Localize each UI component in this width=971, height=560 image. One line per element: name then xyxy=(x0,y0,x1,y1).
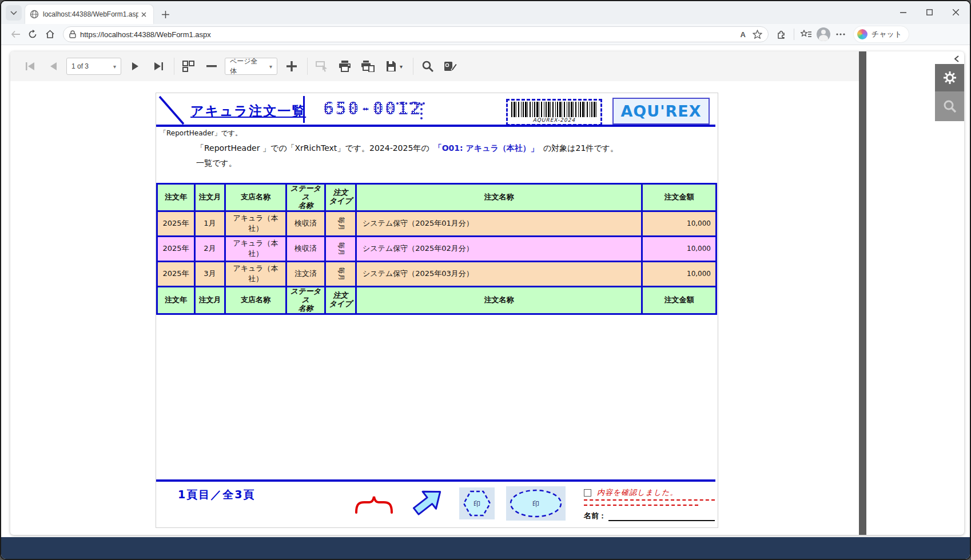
browser-titlebar: localhost:44388/WebForm1.aspx xyxy=(1,1,970,24)
back-button[interactable] xyxy=(7,26,24,43)
multipage-view-button[interactable] xyxy=(179,57,198,76)
caret-down-icon: ▾ xyxy=(264,63,272,70)
more-menu-button[interactable] xyxy=(832,26,849,43)
favorites-button[interactable] xyxy=(798,26,815,43)
printer-page-icon xyxy=(361,61,375,72)
checkbox xyxy=(584,489,591,497)
last-page-button[interactable] xyxy=(149,57,168,76)
copilot-button[interactable]: チャット xyxy=(854,26,909,42)
col-header-name: 注文名称 xyxy=(356,184,642,211)
rich-text-highlight: 「O01: アキュラ（本社）」 xyxy=(434,143,539,153)
tab-search-button[interactable] xyxy=(6,5,22,21)
page-indicator: 1 of 3 xyxy=(71,62,89,70)
tab-search-panel[interactable] xyxy=(935,91,964,121)
table-header-row: 注文年 注文月 支店名称 ステータス 名称 注文 タイプ 注文名称 注文金額 xyxy=(157,184,717,211)
table-footer-header-row: 注文年 注文月 支店名称 ステータス 名称 注文 タイプ 注文名称 注文金額 xyxy=(157,286,717,314)
browser-navbar: https://localhost:44388/WebForm1.aspx A xyxy=(1,24,970,45)
company-logo: AQU'REX xyxy=(612,98,710,125)
rich-text-line: 「ReportHeader 」での「XrRichText」です。2024-202… xyxy=(196,143,618,154)
col-header-branch: 支店名称 xyxy=(225,184,286,211)
new-tab-button[interactable] xyxy=(158,7,173,22)
name-row: 名前： xyxy=(584,511,715,521)
selection-icon xyxy=(316,61,328,72)
vertical-scrollbar[interactable] xyxy=(859,51,866,535)
list-intro-text: 一覧です。 xyxy=(196,158,237,169)
table-row: 2025年 1月 アキュラ（本社） 検収済 毎月 システム保守（2025年01月… xyxy=(157,211,717,236)
next-page-button[interactable] xyxy=(126,57,145,76)
barcode-bars xyxy=(511,102,597,117)
col-header-name: 注文名称 xyxy=(356,286,642,314)
previous-page-button[interactable] xyxy=(43,57,63,76)
navbar-divider xyxy=(794,29,794,40)
cell-name: システム保守（2025年03月分） xyxy=(356,261,642,286)
cell-amount: 10,000 xyxy=(642,236,717,261)
editing-fields-button[interactable] xyxy=(441,57,460,76)
next-page-icon xyxy=(132,62,140,71)
maximize-icon xyxy=(926,9,933,15)
rotated-type-text: 毎月 xyxy=(336,217,345,230)
minus-icon xyxy=(206,65,217,67)
hexagon-stamp: 印 xyxy=(462,490,492,517)
hexagon-stamp-panel: 印 xyxy=(459,487,495,519)
zoom-out-button[interactable] xyxy=(202,57,221,76)
home-button[interactable] xyxy=(41,26,58,43)
read-aloud-button[interactable]: A xyxy=(741,30,746,39)
header-separator-line xyxy=(303,96,305,123)
report-viewer: 1 of 3 ▾ ページ全体 ▾ xyxy=(10,51,964,535)
minimize-button[interactable] xyxy=(890,1,916,23)
cell-type: 毎月 xyxy=(325,211,356,236)
first-page-icon xyxy=(25,62,35,71)
brace-shape xyxy=(353,493,395,515)
search-button[interactable] xyxy=(418,57,437,76)
col-header-status: ステータス 名称 xyxy=(286,286,325,314)
close-window-button[interactable] xyxy=(942,1,969,23)
rotated-type-text: 毎月 xyxy=(336,242,345,255)
tab-export-options[interactable] xyxy=(935,64,964,91)
toolbar-divider xyxy=(307,58,308,75)
rotated-type-text: 毎月 xyxy=(336,267,345,281)
export-button[interactable]: ▾ xyxy=(381,57,407,76)
close-icon xyxy=(953,9,959,15)
maximize-button[interactable] xyxy=(916,1,942,23)
search-icon xyxy=(422,61,433,72)
edit-document-icon xyxy=(444,61,457,72)
cell-branch: アキュラ（本社） xyxy=(225,261,286,286)
zoom-in-button[interactable] xyxy=(282,57,301,76)
cell-status: 検収済 xyxy=(286,211,325,236)
zoom-select[interactable]: ページ全体 ▾ xyxy=(225,58,277,75)
chevron-left-icon xyxy=(954,55,959,62)
extensions-button[interactable] xyxy=(773,26,790,43)
chevron-down-icon xyxy=(10,11,17,15)
page-bottom-band xyxy=(1,537,970,559)
report-page: アキュラ注文一覧 650-0012 AQUREX-2024 AQU'REX 「R… xyxy=(156,93,718,528)
print-page-button[interactable] xyxy=(358,57,377,76)
print-button[interactable] xyxy=(335,57,355,76)
close-icon xyxy=(141,12,146,17)
cell-amount: 10,000 xyxy=(642,261,717,286)
confirm-text: 内容を確認しました。 xyxy=(597,487,678,498)
favorite-star-icon[interactable] xyxy=(753,30,762,39)
caret-down-icon: ▾ xyxy=(108,63,116,70)
highlight-editing-fields-button[interactable] xyxy=(312,57,332,76)
barcode: AQUREX-2024 xyxy=(506,99,602,126)
cell-amount: 10,000 xyxy=(642,211,717,236)
ellipse-stamp: 印 xyxy=(508,489,563,518)
confirmation-block: 内容を確認しました。 名前： xyxy=(584,487,715,521)
page-select[interactable]: 1 of 3 ▾ xyxy=(66,58,121,75)
first-page-button[interactable] xyxy=(21,57,40,76)
toolbar-divider xyxy=(174,58,174,75)
refresh-button[interactable] xyxy=(24,26,41,43)
table-row: 2025年 3月 アキュラ（本社） 注文済 毎月 システム保守（2025年03月… xyxy=(157,261,717,286)
puzzle-icon xyxy=(777,29,787,39)
browser-tab[interactable]: localhost:44388/WebForm1.aspx xyxy=(25,5,153,24)
profile-button[interactable] xyxy=(815,26,832,43)
tab-close-button[interactable] xyxy=(138,9,149,19)
browser-window: localhost:44388/WebForm1.aspx xyxy=(0,0,971,560)
last-page-icon xyxy=(153,62,164,71)
export-icon xyxy=(385,61,398,72)
barcode-caption: AQUREX-2024 xyxy=(511,117,597,123)
copilot-label: チャット xyxy=(871,29,902,39)
copilot-icon xyxy=(857,29,867,39)
panel-collapse-button[interactable] xyxy=(950,54,963,64)
address-bar[interactable]: https://localhost:44388/WebForm1.aspx A xyxy=(63,26,769,42)
